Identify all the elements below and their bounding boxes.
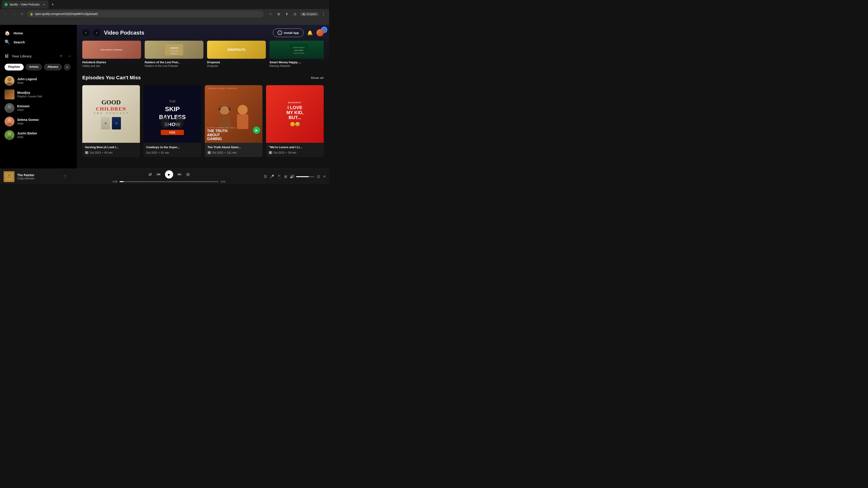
repeat-button[interactable]: ⊞ — [186, 172, 190, 177]
episode-card[interactable]: WONDERY 🎧 I LOVEMY KID,BUT... 😊😅 — [266, 85, 324, 157]
add-library-button[interactable]: + — [58, 53, 64, 59]
browser-menu-button[interactable]: ⋮ — [320, 11, 327, 17]
svg-rect-0 — [5, 54, 6, 58]
expand-library-button[interactable]: → — [66, 53, 72, 59]
episode-card[interactable]: GOOD CHILDREN T H E P O D C A S T 👤 👤 — [82, 85, 140, 157]
explicit-badge: E — [85, 151, 88, 154]
progress-bar[interactable] — [120, 181, 218, 182]
podcast-card[interactable]: HOLODECK DIARIES Holodeck Diaries Halley… — [82, 41, 141, 68]
progress-container: 0:08 3:31 — [113, 180, 225, 183]
like-button[interactable]: ♡ — [63, 174, 67, 179]
svg-point-4 — [8, 78, 11, 81]
player-right: ☰ 🎤 📱 ⊞ 🔊 ⊡ ↗ — [271, 174, 326, 179]
player-center: ⇄ ⏮ ▶ ⏭ ⊞ 0:08 3:31 — [70, 170, 268, 183]
url-text: open.spotify.com/genre/0JQ5DAqbMKFz18jyN… — [35, 12, 98, 15]
incognito-badge: 🕵 Incognito — [300, 12, 319, 16]
spotify-favicon: ♪ — [4, 3, 8, 6]
list-item[interactable]: Eminem Artist — [2, 101, 75, 115]
extension-button[interactable]: ⊞ — [276, 11, 282, 17]
item-sub: Artist — [17, 135, 72, 139]
filter-albums[interactable]: Albums — [44, 64, 62, 70]
filter-artists[interactable]: Artists — [26, 64, 42, 70]
episode-title: "We're Losers and I Li... — [269, 145, 321, 149]
lyrics-button[interactable]: 🎤 — [270, 174, 274, 179]
podcast-title: Raiders of the Lost Pod... — [145, 61, 204, 64]
sidebar-item-home[interactable]: 🏠 Home — [4, 29, 72, 37]
notifications-button[interactable]: 🔔 — [307, 30, 313, 35]
install-icon: ↓ — [278, 31, 282, 35]
install-app-button[interactable]: ↓ Install App — [273, 29, 304, 37]
item-sub: Playlist • Lauren Deli — [17, 95, 72, 98]
separator: • — [102, 151, 103, 154]
svg-rect-1 — [6, 55, 7, 58]
show-all-button[interactable]: Show all — [311, 76, 324, 79]
sidebar-item-search[interactable]: 🔍 Search — [4, 37, 72, 46]
podcast-card[interactable]: RAIDERS OF THE LOST PODCAST Raiders of t… — [145, 41, 204, 68]
fullscreen-button[interactable]: ⊡ — [317, 174, 320, 179]
shuffle-button[interactable]: ⇄ — [149, 172, 152, 177]
player-controls: ⇄ ⏮ ▶ ⏭ ⊞ — [149, 170, 190, 178]
episode-date: Oct 2023 — [90, 151, 101, 154]
svg-point-30 — [161, 117, 169, 128]
podcast-thumbnail: DROPOUTS — [207, 41, 266, 59]
back-button[interactable]: ← — [3, 11, 9, 17]
episode-date: Oct 2023 — [212, 151, 223, 154]
podcast-title: Dropouts — [207, 61, 266, 64]
episode-title: Cowboys to the Super... — [146, 145, 198, 149]
new-tab-button[interactable]: + — [50, 1, 56, 8]
home-label: Home — [13, 31, 23, 35]
svg-text:OF THE LOST: OF THE LOST — [169, 50, 179, 52]
podcast-thumbnail: RAIDERS OF THE LOST PODCAST — [145, 41, 204, 59]
podcast-title: Holodeck Diaries — [82, 61, 141, 64]
podcast-card[interactable]: DROPOUTS Dropouts Dropouts — [207, 41, 266, 68]
reload-button[interactable]: ↻ — [19, 11, 25, 17]
list-item[interactable]: Selena Gomez Artist — [2, 115, 75, 128]
episode-card[interactable]: THE SKIP BAYLESS SHOW FOX — [144, 85, 201, 157]
filter-pills: Playlists Artists Albums > — [0, 62, 77, 73]
sidebar: 🏠 Home 🔍 Search Your Library + → — [0, 25, 77, 168]
list-item[interactable]: John Legend Artist — [2, 74, 75, 88]
miniplayer-button[interactable]: ↗ — [322, 174, 326, 179]
filter-playlists[interactable]: Playlists — [4, 64, 24, 70]
active-tab[interactable]: ♪ Spotify – Video Podcasts ✕ — [2, 0, 49, 8]
content-header: ‹ › Video Podcasts ↓ Install App 🔔 — [82, 25, 324, 41]
previous-button[interactable]: ⏮ — [156, 172, 160, 177]
connect-button[interactable]: ⊞ — [284, 174, 287, 179]
page-title: Video Podcasts — [104, 30, 144, 36]
header-right: ↓ Install App 🔔 — [273, 29, 324, 37]
svg-point-33 — [220, 105, 230, 115]
download-button[interactable]: ⬇ — [284, 11, 290, 17]
bookmark-button[interactable]: ☆ — [268, 11, 274, 17]
episode-duration: 39 min — [288, 151, 296, 154]
tab-close-button[interactable]: ✕ — [42, 3, 46, 6]
podcast-subtitle: Halley and Jaz — [82, 64, 141, 68]
library-icon — [4, 53, 10, 59]
address-bar[interactable]: 🔒 open.spotify.com/genre/0JQ5DAqbMKFz18j… — [27, 11, 264, 18]
split-button[interactable]: ⊡ — [292, 11, 298, 17]
queue-button[interactable]: ☰ — [264, 174, 267, 179]
list-item[interactable]: Moodjoy Playlist • Lauren Deli — [2, 88, 75, 101]
forward-nav-button[interactable]: › — [93, 29, 100, 36]
volume-bar[interactable] — [296, 176, 314, 177]
filter-more-button[interactable]: > — [64, 64, 70, 70]
devices-button[interactable]: 📱 — [277, 174, 281, 179]
user-avatar[interactable] — [316, 29, 324, 36]
episode-card[interactable]: "DOPE AS USUAL" PODCAST — [205, 85, 262, 157]
podcast-subtitle: Ramsey Network — [270, 64, 324, 68]
next-button[interactable]: ⏭ — [178, 172, 182, 177]
forward-button[interactable]: → — [11, 11, 17, 17]
podcast-card[interactable]: SMART MONEY HAPPY MINDS RAMSEY NETWORK S… — [270, 41, 324, 68]
episode-thumbnail: THE SKIP BAYLESS SHOW FOX — [144, 85, 201, 143]
app-container: 🏠 Home 🔍 Search Your Library + → — [0, 25, 329, 168]
svg-rect-38 — [229, 108, 230, 110]
mute-button[interactable]: 🔊 — [290, 174, 294, 179]
back-nav-button[interactable]: ‹ — [82, 29, 90, 36]
episode-duration: 131 min — [227, 151, 237, 154]
avatar — [4, 130, 14, 140]
episode-thumbnail: WONDERY 🎧 I LOVEMY KID,BUT... 😊😅 — [266, 85, 324, 143]
list-item[interactable]: Justin Bieber Artist — [2, 128, 75, 142]
episode-meta: E Oct 2023 • 45 min — [85, 151, 137, 154]
play-pause-button[interactable]: ▶ — [165, 170, 173, 178]
separator: • — [159, 151, 160, 154]
explicit-badge: E — [208, 151, 211, 154]
